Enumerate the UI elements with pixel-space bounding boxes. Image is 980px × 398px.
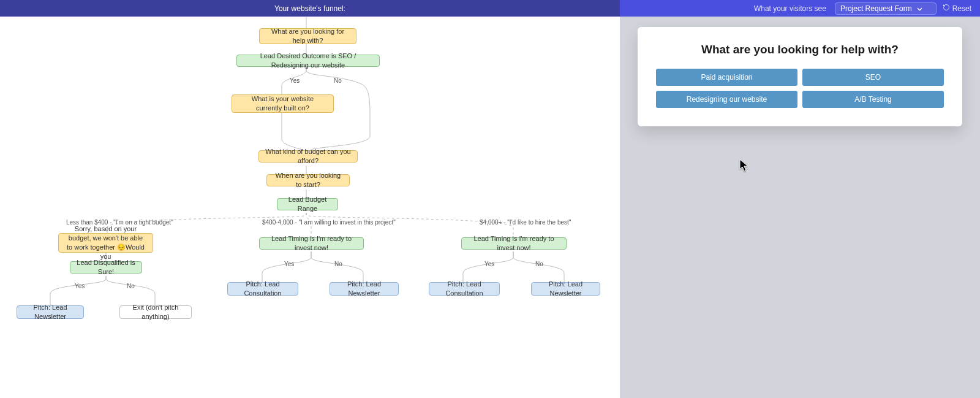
chevron-down-icon bbox=[917, 4, 922, 13]
reset-button[interactable]: Reset bbox=[943, 4, 971, 13]
node-label: Exit (don't pitch anything) bbox=[126, 303, 185, 321]
node-label: Pitch: Lead Consultation bbox=[234, 280, 292, 298]
node-label: Pitch: Lead Newsletter bbox=[23, 303, 77, 321]
node-condition-budget-range[interactable]: Lead Budget Range bbox=[277, 198, 338, 210]
node-exit[interactable]: Exit (don't pitch anything) bbox=[119, 305, 192, 319]
reset-button-label: Reset bbox=[952, 4, 971, 13]
edge-label-yesB: Yes bbox=[284, 261, 294, 267]
node-condition-outcome[interactable]: Lead Desired Outcome is SEO / Redesignin… bbox=[236, 55, 380, 67]
form-question-title: What are you looking for help with? bbox=[656, 43, 944, 56]
node-condition-timing-mid[interactable]: Lead Timing is I'm ready to invest now! bbox=[259, 237, 364, 250]
right-header-label: What your visitors see bbox=[754, 4, 826, 13]
app-root: Your website's funnel: bbox=[0, 0, 980, 398]
node-label: Lead Disqualified is Sure! bbox=[77, 258, 135, 277]
edge-label-yes: Yes bbox=[290, 77, 300, 84]
option-ab-testing[interactable]: A/B Testing bbox=[802, 91, 944, 108]
node-pitch-newsletter-left[interactable]: Pitch: Lead Newsletter bbox=[17, 305, 84, 319]
option-seo[interactable]: SEO bbox=[802, 69, 944, 86]
visitor-preview-pane: What your visitors see Project Request F… bbox=[620, 0, 980, 398]
edge-label-noB: No bbox=[334, 261, 342, 267]
node-condition-disqualified[interactable]: Lead Disqualified is Sure! bbox=[70, 261, 142, 274]
edge-label-gt4k: $4,000+ - "I'd like to hire the best" bbox=[480, 219, 571, 226]
node-label: When are you looking to start? bbox=[273, 171, 343, 189]
form-options-grid: Paid acquisition SEO Redesigning our web… bbox=[656, 69, 944, 108]
node-pitch-newsletter-mid[interactable]: Pitch: Lead Newsletter bbox=[330, 282, 399, 296]
edge-label-mid: $400-4,000 - "I am willing to invest in … bbox=[262, 219, 396, 226]
node-label: What kind of budget can you afford? bbox=[265, 147, 351, 166]
node-label: Pitch: Lead Newsletter bbox=[538, 280, 594, 298]
flow-canvas[interactable]: Yes No Less than $400 - "I'm on a tight … bbox=[0, 17, 620, 398]
option-paid-acquisition[interactable]: Paid acquisition bbox=[656, 69, 797, 86]
node-pitch-consultation-right[interactable]: Pitch: Lead Consultation bbox=[429, 282, 500, 296]
node-label: Lead Timing is I'm ready to invest now! bbox=[468, 234, 560, 253]
edge-label-yesC: Yes bbox=[484, 261, 494, 267]
node-label: Pitch: Lead Newsletter bbox=[336, 280, 392, 298]
edge-label-no: No bbox=[334, 77, 342, 84]
refresh-icon bbox=[943, 4, 950, 13]
node-condition-timing-right[interactable]: Lead Timing is I'm ready to invest now! bbox=[461, 237, 567, 250]
funnel-editor-pane: Your website's funnel: bbox=[0, 0, 620, 398]
node-question-help[interactable]: What are you looking for help with? bbox=[259, 28, 356, 44]
cursor-icon bbox=[739, 159, 749, 174]
left-header-title: Your website's funnel: bbox=[274, 4, 345, 13]
option-redesigning[interactable]: Redesigning our website bbox=[656, 91, 797, 108]
node-label: What are you looking for help with? bbox=[266, 27, 350, 45]
left-header: Your website's funnel: bbox=[0, 0, 620, 17]
node-label: Lead Desired Outcome is SEO / Redesignin… bbox=[243, 52, 373, 70]
form-select-value: Project Request Form bbox=[840, 4, 912, 13]
option-label: Redesigning our website bbox=[687, 95, 767, 104]
edge-label-yesA: Yes bbox=[75, 283, 85, 289]
form-preview-card: What are you looking for help with? Paid… bbox=[638, 27, 962, 126]
node-label: Sorry, based on your budget, we won't be… bbox=[65, 224, 146, 261]
node-question-builton[interactable]: What is your website currently built on? bbox=[232, 94, 334, 113]
node-question-budget[interactable]: What kind of budget can you afford? bbox=[258, 150, 358, 163]
right-header: What your visitors see Project Request F… bbox=[620, 0, 980, 17]
node-pitch-newsletter-right[interactable]: Pitch: Lead Newsletter bbox=[531, 282, 600, 296]
node-message-sorry[interactable]: Sorry, based on your budget, we won't be… bbox=[58, 233, 153, 253]
option-label: Paid acquisition bbox=[701, 73, 752, 82]
edge-label-noA: No bbox=[127, 283, 135, 289]
form-select-dropdown[interactable]: Project Request Form bbox=[835, 2, 937, 15]
option-label: A/B Testing bbox=[854, 95, 891, 104]
node-pitch-consultation-mid[interactable]: Pitch: Lead Consultation bbox=[227, 282, 298, 296]
node-question-start[interactable]: When are you looking to start? bbox=[266, 174, 350, 186]
edge-label-noC: No bbox=[535, 261, 543, 267]
node-label: Lead Timing is I'm ready to invest now! bbox=[266, 234, 357, 253]
node-label: What is your website currently built on? bbox=[238, 94, 327, 113]
node-label: Pitch: Lead Consultation bbox=[435, 280, 493, 298]
option-label: SEO bbox=[865, 73, 881, 82]
node-label: Lead Budget Range bbox=[284, 195, 331, 213]
